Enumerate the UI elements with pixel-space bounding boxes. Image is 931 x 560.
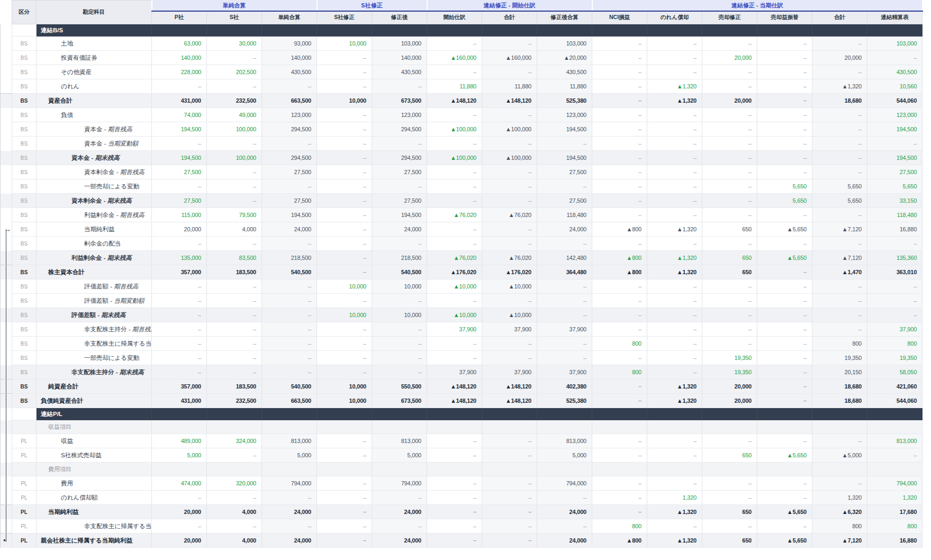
cell[interactable]: – bbox=[702, 179, 757, 194]
cell[interactable]: – bbox=[702, 37, 757, 51]
cell[interactable]: – bbox=[757, 365, 812, 380]
cell[interactable]: 800 bbox=[867, 519, 923, 534]
cell[interactable]: – bbox=[317, 251, 372, 265]
cell[interactable]: – bbox=[702, 491, 757, 505]
cell[interactable]: – bbox=[427, 534, 482, 548]
account-cell[interactable]: 当期純利益 bbox=[37, 505, 152, 519]
cell[interactable]: – bbox=[372, 137, 427, 151]
cell[interactable]: – bbox=[812, 476, 867, 491]
cell[interactable]: ▲1,320 bbox=[812, 79, 867, 94]
cell[interactable]: ▲100,000 bbox=[427, 151, 482, 165]
cell[interactable]: 24,000 bbox=[262, 505, 317, 519]
cell[interactable]: – bbox=[757, 337, 812, 351]
cell[interactable]: 813,000 bbox=[372, 434, 427, 448]
cell[interactable]: – bbox=[317, 265, 372, 279]
cell[interactable]: – bbox=[757, 237, 812, 251]
cell[interactable]: – bbox=[152, 351, 207, 365]
account-cell[interactable]: その他資産 bbox=[37, 65, 152, 79]
cell[interactable]: ▲800 bbox=[592, 534, 647, 548]
cell[interactable]: – bbox=[207, 351, 262, 365]
cell[interactable]: 27,500 bbox=[867, 165, 923, 179]
cell[interactable]: 431,000 bbox=[152, 94, 207, 108]
cell[interactable]: – bbox=[592, 194, 647, 208]
cell[interactable]: – bbox=[152, 179, 207, 194]
cell[interactable]: – bbox=[482, 108, 537, 122]
cell[interactable]: 228,000 bbox=[152, 65, 207, 79]
cell[interactable]: 813,000 bbox=[867, 434, 923, 448]
account-cell[interactable]: 評価差額 - 期末残高 bbox=[37, 308, 152, 322]
cell[interactable]: 474,000 bbox=[152, 476, 207, 491]
cell[interactable]: – bbox=[702, 151, 757, 165]
cell[interactable]: – bbox=[262, 237, 317, 251]
cell[interactable]: 103,000 bbox=[867, 37, 923, 51]
cell[interactable]: 24,000 bbox=[537, 222, 592, 237]
cell[interactable]: – bbox=[537, 279, 592, 294]
cell[interactable]: – bbox=[647, 208, 702, 222]
cell[interactable]: ▲148,120 bbox=[482, 380, 537, 394]
cell[interactable]: 10,000 bbox=[372, 308, 427, 322]
cell[interactable]: ▲100,000 bbox=[482, 151, 537, 165]
cell[interactable]: – bbox=[207, 322, 262, 337]
cell[interactable]: ▲148,120 bbox=[427, 394, 482, 408]
cell[interactable]: – bbox=[757, 308, 812, 322]
cell[interactable]: 430,500 bbox=[372, 65, 427, 79]
cell[interactable]: 19,350 bbox=[812, 351, 867, 365]
cell[interactable]: – bbox=[427, 505, 482, 519]
cell[interactable]: – bbox=[702, 79, 757, 94]
cell[interactable]: – bbox=[757, 137, 812, 151]
cell[interactable]: 5,650 bbox=[757, 179, 812, 194]
cell[interactable]: 103,000 bbox=[372, 37, 427, 51]
cell[interactable]: 11,880 bbox=[537, 79, 592, 94]
cell[interactable]: ▲5,650 bbox=[757, 251, 812, 265]
cell[interactable]: – bbox=[152, 519, 207, 534]
cell[interactable]: – bbox=[537, 294, 592, 308]
cell[interactable]: 10,560 bbox=[867, 79, 923, 94]
cell[interactable]: – bbox=[757, 208, 812, 222]
cell[interactable]: – bbox=[592, 322, 647, 337]
cell[interactable]: 19,350 bbox=[867, 351, 923, 365]
cell[interactable]: 37,900 bbox=[427, 322, 482, 337]
cell[interactable]: ▲7,120 bbox=[812, 534, 867, 548]
cell[interactable]: ▲1,320 bbox=[647, 222, 702, 237]
cell[interactable]: – bbox=[647, 476, 702, 491]
cell[interactable]: – bbox=[207, 237, 262, 251]
cell[interactable]: 20,000 bbox=[152, 534, 207, 548]
cell[interactable]: 294,500 bbox=[262, 122, 317, 137]
cell[interactable]: 63,000 bbox=[152, 37, 207, 51]
account-cell[interactable]: 株主資本合計 bbox=[37, 265, 152, 279]
cell[interactable]: 525,380 bbox=[537, 394, 592, 408]
account-cell[interactable]: のれん償却額 bbox=[37, 491, 152, 505]
cell[interactable]: – bbox=[647, 65, 702, 79]
cell[interactable]: ▲1,320 bbox=[647, 380, 702, 394]
cell[interactable]: 20,150 bbox=[812, 365, 867, 380]
cell[interactable]: 118,480 bbox=[537, 208, 592, 222]
cell[interactable]: 800 bbox=[867, 337, 923, 351]
cell[interactable]: ▲20,000 bbox=[537, 51, 592, 65]
cell[interactable]: 800 bbox=[812, 519, 867, 534]
cell[interactable]: – bbox=[427, 491, 482, 505]
cell[interactable]: – bbox=[207, 365, 262, 380]
cell[interactable]: – bbox=[427, 222, 482, 237]
cell[interactable]: 140,000 bbox=[262, 51, 317, 65]
cell[interactable]: – bbox=[592, 94, 647, 108]
cell[interactable]: 10,000 bbox=[317, 279, 372, 294]
cell[interactable]: – bbox=[207, 51, 262, 65]
cell[interactable]: 357,000 bbox=[152, 265, 207, 279]
cell[interactable]: 800 bbox=[812, 337, 867, 351]
cell[interactable]: ▲76,020 bbox=[482, 208, 537, 222]
cell[interactable]: – bbox=[427, 137, 482, 151]
cell[interactable]: – bbox=[647, 122, 702, 137]
cell[interactable]: 24,000 bbox=[537, 505, 592, 519]
cell[interactable]: – bbox=[152, 308, 207, 322]
cell[interactable]: ▲7,120 bbox=[812, 251, 867, 265]
cell[interactable]: 140,000 bbox=[372, 51, 427, 65]
cell[interactable]: – bbox=[757, 380, 812, 394]
cell[interactable]: ▲100,000 bbox=[427, 122, 482, 137]
cell[interactable]: 673,500 bbox=[372, 94, 427, 108]
cell[interactable]: – bbox=[317, 448, 372, 463]
cell[interactable]: – bbox=[592, 165, 647, 179]
cell[interactable]: 49,000 bbox=[207, 108, 262, 122]
cell[interactable]: – bbox=[702, 519, 757, 534]
account-cell[interactable]: 親会社株主に帰属する当期純利益 bbox=[37, 534, 152, 548]
cell[interactable]: – bbox=[702, 65, 757, 79]
